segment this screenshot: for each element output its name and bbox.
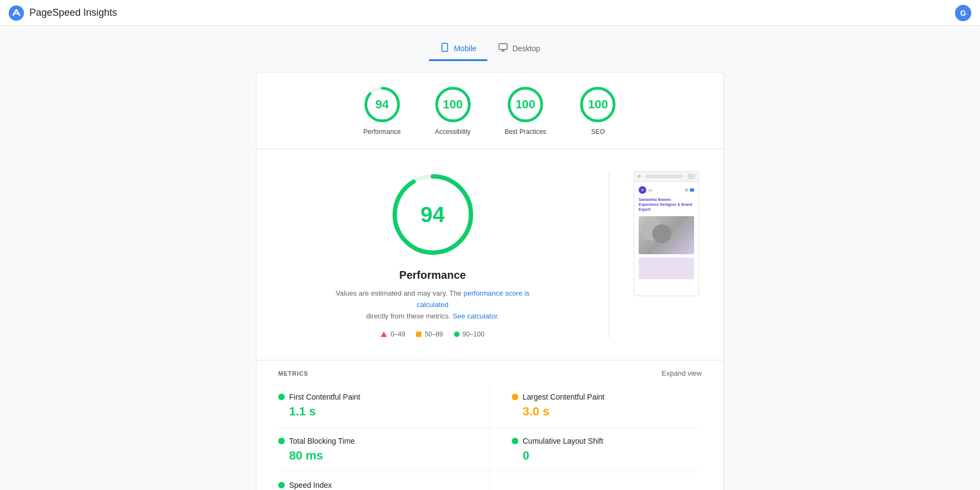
seo-circle: 100 <box>579 85 617 124</box>
preview-titlebar <box>634 171 699 182</box>
preview-logo-text: civ <box>648 188 653 192</box>
tab-desktop-label: Desktop <box>512 44 540 53</box>
lcp-header: Largest Contentful Paint <box>512 393 702 401</box>
scores-section: 94 Performance 100 Accessibility <box>256 72 724 149</box>
best-practices-score-value: 100 <box>516 97 536 112</box>
preview-content: S civ Samantha Bowen:Experience Designer… <box>634 182 699 284</box>
preview-nav-1 <box>685 188 688 192</box>
app-header: PageSpeed Insights G <box>0 0 980 26</box>
best-practices-circle: 100 <box>506 85 544 124</box>
fcp-header: First Contentful Paint <box>278 393 468 401</box>
user-avatar[interactable]: G <box>955 5 971 21</box>
metric-cls: Cumulative Layout Shift 0 <box>490 428 702 472</box>
score-seo[interactable]: 100 SEO <box>579 85 617 136</box>
score-legend: 0–49 50–89 90–100 <box>381 330 484 338</box>
view-tabs: Mobile Desktop <box>0 37 980 61</box>
performance-score-value: 94 <box>375 97 388 112</box>
tab-mobile-label: Mobile <box>454 44 476 53</box>
metric-lcp: Largest Contentful Paint 3.0 s <box>490 384 702 428</box>
metric-empty <box>490 472 702 490</box>
preview-img-circle-2 <box>652 224 671 243</box>
legend-average: 50–89 <box>416 330 443 338</box>
tbt-name: Total Blocking Time <box>289 437 355 445</box>
legend-pass: 90–100 <box>454 330 485 338</box>
preview-bottom-section <box>639 258 694 279</box>
preview-heading: Samantha Bowen:Experience Designer & Bra… <box>639 197 694 212</box>
big-performance-circle: 94 <box>389 171 476 258</box>
performance-score-label: Performance <box>363 128 401 136</box>
expand-view-button[interactable]: Expand view <box>661 369 702 377</box>
score-accessibility[interactable]: 100 Accessibility <box>434 85 472 136</box>
preview-nav-icons <box>685 188 694 192</box>
cls-value: 0 <box>512 449 702 463</box>
metric-si: Speed Index 1.1 s <box>278 472 490 490</box>
preview-logo: S civ <box>639 186 694 194</box>
main-card: 94 Performance 100 Accessibility <box>256 72 724 490</box>
performance-description: Values are estimated and may vary. The p… <box>324 288 542 322</box>
preview-dot-1 <box>638 175 641 178</box>
performance-title: Performance <box>399 269 465 281</box>
fcp-name: First Contentful Paint <box>289 393 360 401</box>
page-content: Mobile Desktop 94 Performance <box>0 26 980 490</box>
tab-mobile[interactable]: Mobile <box>429 37 487 61</box>
performance-right: S civ Samantha Bowen:Experience Designer… <box>631 171 702 338</box>
preview-logo-circle: S <box>639 186 646 194</box>
performance-detail: 94 Performance Values are estimated and … <box>256 149 724 360</box>
pass-range: 90–100 <box>463 330 485 338</box>
lcp-value: 3.0 s <box>512 405 702 419</box>
lcp-status-dot <box>512 394 518 400</box>
fcp-value: 1.1 s <box>278 405 468 419</box>
metrics-header: METRICS Expand view <box>278 360 702 384</box>
metric-fcp: First Contentful Paint 1.1 s <box>278 384 490 428</box>
svg-rect-3 <box>499 44 507 50</box>
performance-left: 94 Performance Values are estimated and … <box>278 171 587 338</box>
desktop-icon <box>498 42 508 54</box>
metrics-grid: First Contentful Paint 1.1 s Largest Con… <box>278 384 702 490</box>
preview-menu <box>688 174 695 179</box>
fcp-status-dot <box>278 394 285 400</box>
cls-status-dot <box>512 438 518 444</box>
best-practices-score-label: Best Practices <box>505 128 547 136</box>
seo-score-label: SEO <box>591 128 605 136</box>
accessibility-score-value: 100 <box>443 97 463 112</box>
score-performance[interactable]: 94 Performance <box>363 85 401 136</box>
cls-header: Cumulative Layout Shift <box>512 437 702 445</box>
pagespeed-logo <box>9 5 24 21</box>
pass-icon <box>454 332 460 337</box>
metrics-title: METRICS <box>278 370 308 377</box>
metrics-section: METRICS Expand view First Contentful Pai… <box>256 360 724 490</box>
header-left: PageSpeed Insights <box>9 5 117 21</box>
preview-nav-2 <box>690 188 694 192</box>
tab-desktop[interactable]: Desktop <box>487 37 551 61</box>
legend-fail: 0–49 <box>381 330 405 338</box>
average-range: 50–89 <box>425 330 443 338</box>
cls-name: Cumulative Layout Shift <box>523 437 603 445</box>
accessibility-circle: 100 <box>434 85 472 124</box>
lcp-name: Largest Contentful Paint <box>523 393 604 401</box>
si-name: Speed Index <box>289 481 332 489</box>
si-status-dot <box>278 482 285 488</box>
tbt-value: 80 ms <box>278 449 468 463</box>
preview-image <box>639 216 694 254</box>
score-best-practices[interactable]: 100 Best Practices <box>505 85 547 136</box>
tbt-status-dot <box>278 438 285 444</box>
tbt-header: Total Blocking Time <box>278 437 468 445</box>
seo-score-value: 100 <box>588 97 608 112</box>
fail-range: 0–49 <box>390 330 405 338</box>
mobile-icon <box>440 42 450 54</box>
preview-url-bar <box>645 175 683 178</box>
see-calculator-link[interactable]: See calculator <box>452 312 497 320</box>
average-icon <box>416 332 421 337</box>
accessibility-score-label: Accessibility <box>435 128 470 136</box>
header-right: G <box>955 5 971 21</box>
metric-tbt: Total Blocking Time 80 ms <box>278 428 490 472</box>
desc-static: Values are estimated and may vary. The <box>335 289 461 297</box>
app-title: PageSpeed Insights <box>29 7 117 19</box>
si-header: Speed Index <box>278 481 468 489</box>
section-divider <box>609 171 609 338</box>
big-performance-score: 94 <box>420 203 445 227</box>
fail-icon <box>381 332 387 337</box>
website-preview: S civ Samantha Bowen:Experience Designer… <box>634 171 699 296</box>
performance-circle: 94 <box>363 85 401 124</box>
